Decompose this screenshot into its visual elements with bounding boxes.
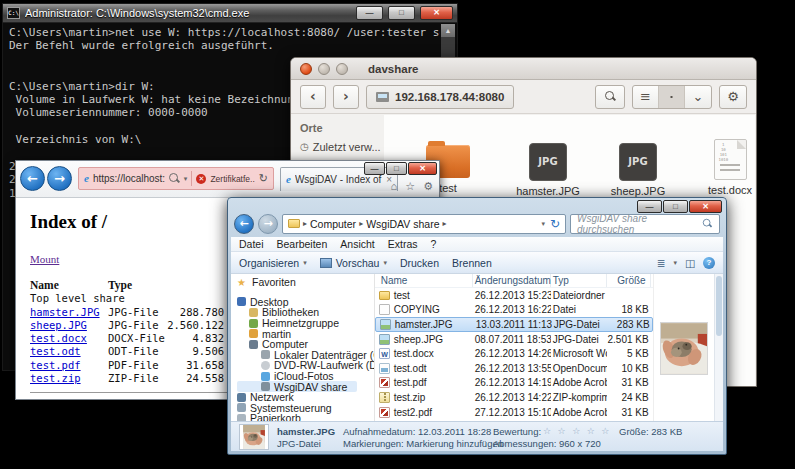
file-row[interactable]: test.zip 26.12.2013 14:22 ZIP-komprimier… [375,390,653,405]
maximize-button[interactable]: □ [386,162,407,175]
cmd-titlebar[interactable]: C:\ Administrator: C:\Windows\system32\c… [3,4,457,23]
forward-button[interactable]: → [47,166,72,191]
maximize-button[interactable]: □ [388,6,415,20]
breadcrumb-wsgidav-share[interactable]: WsgiDAV share [366,218,439,230]
sidebar-item-papierkorb[interactable]: Papierkorb [237,413,374,421]
search-button[interactable] [595,85,625,109]
close-button[interactable]: ✕ [408,162,437,175]
organize-button[interactable]: Organisieren ▾ [239,257,307,269]
refresh-icon[interactable]: ↻ [550,217,560,231]
menu-datei[interactable]: Datei [239,238,264,250]
view-switcher: ≡ ⌄ [632,85,712,109]
status-tags[interactable]: Markierungen: Markierung hinzufügen [343,438,503,449]
close-button[interactable]: ✕ [420,6,453,20]
zip-file-icon [379,392,390,403]
burn-button[interactable]: Brennen [452,257,492,269]
file-link[interactable]: test.zip [30,372,81,384]
file-link[interactable]: test.docx [30,332,87,344]
caret-down-icon[interactable]: ▾ [184,175,188,183]
file-row[interactable]: COPYING 26.12.2013 16:22 Datei 18 KB [375,303,653,318]
forward-button[interactable]: → [258,214,278,234]
minimize-button[interactable]: — [356,6,383,20]
grid-item-image[interactable]: JPG hamster.JPG [502,141,594,197]
sidebar-item-heimnetzgruppe[interactable]: Heimnetzgruppe [237,318,374,329]
minimize-button[interactable] [318,63,330,75]
views-icon[interactable]: ≣ [657,257,666,269]
file-label: hamster.JPG [502,185,594,197]
scroll-thumb[interactable] [716,276,722,336]
column-size[interactable]: Größe [607,274,651,287]
file-row[interactable]: sheep.JPG 08.07.2011 18:53 JPG-Datei 2.5… [375,332,653,347]
file-row[interactable]: test.odt 26.12.2013 13:55 OpenDocument T… [375,361,653,376]
grid-view-button[interactable] [659,86,685,108]
file-link[interactable]: test.odt [30,345,81,357]
home-icon[interactable]: ⌂ [391,180,398,193]
cmd-line: C:\Users\martin>net use W: https://local… [9,26,436,39]
minimize-button[interactable]: — [364,162,385,175]
explorer-window: — □ ✕ ← → ▸ Computer ▸ WsgiDAV share ▸ ▾… [227,197,727,455]
menu-ansicht[interactable]: Ansicht [340,238,374,250]
forward-button[interactable]: › [333,85,359,109]
preview-button[interactable]: Vorschau ▾ [320,257,387,269]
back-button[interactable]: ← [234,214,254,234]
clock-icon: ◷ [300,141,309,152]
close-button[interactable]: ✕ [689,200,722,213]
file-row[interactable]: test.pdf 26.12.2013 14:19 Adobe Acrobat … [375,376,653,391]
certificate-error-button[interactable]: Zertifikatfe.. [210,174,254,184]
minimize-button[interactable]: — [637,200,662,213]
address-breadcrumb[interactable]: ▸ Computer ▸ WsgiDAV share ▸ ▾ ↻ [282,214,566,234]
breadcrumb-computer[interactable]: Computer [310,218,356,230]
address-dropdown-icon[interactable]: ▾ [541,220,545,228]
nautilus-titlebar[interactable]: davshare [291,58,756,80]
grid-item-document[interactable]: 1101011010 test.docx [684,139,776,196]
status-filename: hamster.JPG [277,426,335,437]
hamster-thumbnail [239,424,269,450]
file-row[interactable]: test 26.12.2013 15:23 Dateiordner [375,288,653,303]
address-bar[interactable]: e https://localhost:8080/ ▾ ✕ Zertifikat… [78,167,274,190]
print-button[interactable]: Drucken [400,257,439,269]
close-button[interactable] [300,63,312,75]
help-icon[interactable]: ? [703,257,715,269]
search-icon[interactable] [169,173,180,184]
rating-stars-icon[interactable]: ☆ ☆ ☆ ☆ ☆ [543,426,611,436]
list-scrollbar[interactable] [714,274,723,421]
grid-item-image[interactable]: JPG sheep.JPG [592,141,684,197]
sidebar-item-recent[interactable]: ◷ Zuletzt verw... [292,138,384,155]
file-type: JPG-File [108,319,166,332]
settings-gear-icon[interactable]: ⚙ [423,180,433,193]
caret-down-icon[interactable]: ▾ [674,259,678,267]
preview-pane-icon[interactable]: ◫ [685,257,695,269]
network-drive-icon [261,382,270,391]
favorites-star-icon[interactable]: ☆ [405,180,415,193]
list-view-button[interactable]: ≡ [633,86,659,108]
gear-button[interactable]: ⚙ [719,85,747,109]
view-options-button[interactable]: ⌄ [685,86,711,108]
maximize-button[interactable] [336,63,348,75]
file-row[interactable]: test2.pdf 27.12.2013 15:10 Adobe Acrobat… [375,405,653,420]
menu-bearbeiten[interactable]: Bearbeiten [277,238,328,250]
file-link[interactable]: sheep.JPG [30,319,87,331]
column-name[interactable]: Name [379,274,473,287]
scroll-up-icon[interactable]: ▲ [441,24,455,37]
status-filetype: JPG-Datei [277,438,321,449]
column-date[interactable]: Änderungsdatum [473,274,551,287]
file-link[interactable]: hamster.JPG [30,306,100,318]
back-button[interactable]: ← [20,166,45,191]
file-row-selected[interactable]: hamster.JPG 13.03.2011 11:13 JPG-Datei 2… [375,317,653,332]
cmd-icon: C:\ [7,7,20,19]
sidebar-item-favoriten[interactable]: ★Favoriten [237,277,374,288]
menu-extras[interactable]: Extras [388,238,418,250]
menu-help[interactable]: ? [431,238,437,250]
maximize-button[interactable]: □ [663,200,688,213]
url-text[interactable]: https://localhost:8080/ [93,173,165,184]
jpg-file-icon: JPG [619,143,657,181]
mount-link[interactable]: Mount [30,253,59,265]
file-type: ODT-File [108,345,166,358]
search-box[interactable]: WsgiDAV share durchsuchen [570,214,720,234]
refresh-icon[interactable]: ↻ [259,172,268,185]
column-type[interactable]: Typ [551,274,607,287]
address-chip[interactable]: 192.168.178.44:8080 [366,85,514,109]
file-link[interactable]: test.pdf [30,359,81,371]
file-row[interactable]: test.docx 26.12.2013 14:26 Microsoft Wor… [375,346,653,361]
back-button[interactable]: ‹ [300,85,326,109]
